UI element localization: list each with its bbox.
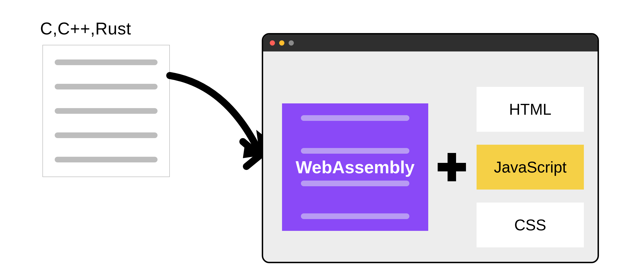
javascript-label: JavaScript bbox=[494, 158, 566, 176]
source-languages-label: C,C++,Rust bbox=[40, 19, 131, 38]
code-line-icon bbox=[301, 181, 409, 186]
code-line-icon bbox=[55, 157, 158, 162]
code-line-icon bbox=[55, 60, 158, 65]
source-document-icon bbox=[42, 45, 170, 177]
code-line-icon bbox=[301, 213, 409, 219]
webassembly-label: WebAssembly bbox=[296, 157, 415, 177]
css-box: CSS bbox=[476, 202, 584, 247]
svg-rect-3 bbox=[438, 163, 466, 171]
arrow-icon bbox=[165, 71, 276, 179]
code-line-icon bbox=[301, 115, 409, 121]
css-label: CSS bbox=[514, 216, 546, 234]
html-box: HTML bbox=[476, 87, 584, 132]
javascript-box: JavaScript bbox=[476, 145, 584, 190]
browser-window-icon: WebAssembly HTML JavaScript CSS bbox=[262, 33, 599, 263]
browser-viewport: WebAssembly HTML JavaScript CSS bbox=[263, 52, 598, 262]
code-line-icon bbox=[55, 132, 158, 138]
traffic-light-close-icon bbox=[270, 40, 275, 46]
code-line-icon bbox=[55, 84, 158, 90]
window-title-bar bbox=[263, 35, 598, 52]
code-line-icon bbox=[301, 148, 409, 154]
plus-icon bbox=[438, 153, 466, 181]
svg-marker-1 bbox=[243, 142, 260, 158]
webassembly-box: WebAssembly bbox=[282, 103, 428, 231]
code-line-icon bbox=[55, 108, 158, 114]
html-label: HTML bbox=[509, 100, 552, 118]
traffic-light-maximize-icon bbox=[289, 40, 294, 46]
traffic-light-minimize-icon bbox=[279, 40, 284, 46]
diagram-stage: C,C++,Rust WebAssembly bbox=[0, 0, 644, 275]
